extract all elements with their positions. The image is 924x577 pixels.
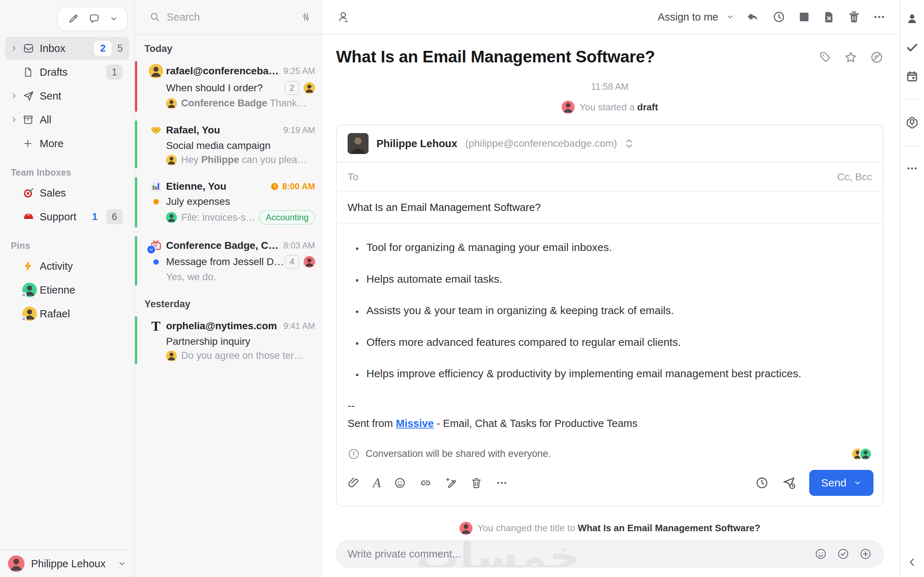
conversation-item[interactable]: rafael@conferenceba…9:25 AM When should … (135, 56, 323, 116)
calendar-icon[interactable] (906, 70, 919, 83)
sidebar-item-inbox[interactable]: Inbox 2 5 (5, 37, 129, 60)
preview-avatar (166, 155, 177, 166)
time: 9:19 AM (283, 125, 315, 135)
signature-pen-icon[interactable] (445, 477, 457, 489)
send-later-icon[interactable] (782, 475, 796, 490)
sidebar-item-rafael[interactable]: Rafael (5, 302, 129, 325)
compose-options-chevron-icon[interactable] (110, 15, 118, 23)
missive-link[interactable]: Missive (396, 417, 434, 429)
current-user-row[interactable]: Philippe Lehoux (0, 550, 134, 577)
conversation-item[interactable]: Etienne, You 8:00 AM July expenses File:… (135, 173, 323, 232)
messenger-badge-icon (147, 245, 156, 254)
section-title-pins: Pins (11, 240, 134, 251)
conversation-item[interactable]: Rafael, You9:19 AM Social media campaign… (135, 116, 323, 173)
comment-emoji-icon[interactable] (814, 548, 827, 561)
search-input[interactable] (167, 11, 294, 23)
sidebar-item-drafts[interactable]: Drafts 1 (5, 61, 129, 84)
reply-all-icon[interactable] (746, 10, 760, 24)
sidebar-item-support[interactable]: Support 1 6 (5, 205, 129, 228)
to-row[interactable]: To Cc, Bcc (337, 163, 883, 192)
philippe-avatar (562, 101, 575, 114)
more-actions-icon[interactable] (873, 10, 886, 23)
sender: Conference Badge, C… (166, 240, 280, 251)
signature-dashes: -- (347, 400, 872, 412)
send-button[interactable]: Send (809, 470, 874, 496)
chevron-right-icon[interactable] (10, 44, 23, 52)
subject-field[interactable]: What Is an Email Management Software? (337, 192, 883, 224)
conversation-item[interactable]: T orphelia@nytimes.com9:41 AM Partnershi… (135, 312, 323, 369)
cc-bcc-button[interactable]: Cc, Bcc (837, 171, 872, 183)
preview-avatar (166, 351, 177, 361)
sidebar-item-sales[interactable]: Sales (5, 181, 129, 205)
sender-avatar (149, 64, 163, 78)
to-label: To (347, 171, 359, 183)
conversation-item[interactable]: Conference Badge, C…8:03 AM Message from… (135, 232, 323, 290)
attachment-paperclip-icon[interactable] (347, 477, 360, 489)
openai-icon[interactable] (905, 115, 919, 130)
current-user-name: Philippe Lehoux (31, 558, 111, 570)
rail-more-icon[interactable] (906, 162, 918, 174)
time: 9:25 AM (283, 66, 315, 76)
compose-pencil-icon[interactable] (68, 13, 79, 24)
schedule-clock-icon[interactable] (755, 476, 769, 490)
rail-divider (905, 146, 919, 147)
private-comment-input[interactable] (347, 548, 805, 560)
support-unread-badge: 1 (92, 211, 97, 222)
sidebar-item-etienne[interactable]: Etienne (5, 279, 129, 301)
chevron-down-icon (726, 13, 734, 21)
star-icon[interactable] (844, 50, 858, 64)
helmet-icon (23, 211, 40, 223)
mark-unseen-icon[interactable] (870, 50, 884, 64)
participant-avatar (304, 256, 315, 268)
user-menu-chevron-icon[interactable] (118, 559, 126, 568)
draft-card: Philippe Lehoux (philippe@conferencebadg… (336, 124, 884, 507)
sidebar-item-label: Sales (40, 187, 123, 199)
conversation-groups: Today rafael@conferenceba…9:25 AM When s… (135, 35, 323, 369)
main-topbar: Assign to me (323, 0, 900, 35)
emoji-icon[interactable] (394, 477, 406, 489)
chevron-right-icon[interactable] (10, 92, 23, 100)
sender: Rafael, You (166, 124, 280, 136)
assign-to-me-dropdown[interactable]: Assign to me (657, 11, 734, 23)
unread-dot-blue (153, 259, 159, 265)
accounting-tag: Accounting (259, 210, 315, 225)
message-count-badge: 2 (285, 81, 299, 95)
unread-dot-orange (153, 199, 159, 205)
bar-chart-icon (149, 180, 162, 193)
tasks-check-icon[interactable] (906, 41, 919, 54)
text-format-icon[interactable]: A (373, 476, 381, 489)
collapse-panel-chevron-icon[interactable] (907, 557, 918, 567)
more-compose-options-icon[interactable] (496, 477, 508, 489)
chevron-right-icon[interactable] (10, 116, 23, 124)
bullet-item: Tool for organizing & managing your emai… (363, 239, 872, 255)
participants-icon[interactable] (337, 10, 350, 23)
from-selector-chevrons-icon[interactable] (625, 139, 633, 148)
sidebar-item-all[interactable]: All (5, 108, 129, 131)
missive-app: Inbox 2 5 Drafts 1 Sent All (0, 0, 924, 577)
label-tag-icon[interactable] (819, 50, 832, 64)
comment-add-icon[interactable] (859, 548, 872, 561)
sidebar-item-activity[interactable]: Activity (5, 255, 129, 278)
archive-tray-icon[interactable] (798, 10, 811, 23)
from-row[interactable]: Philippe Lehoux (philippe@conferencebadg… (337, 125, 883, 163)
spam-file-icon[interactable] (823, 11, 835, 23)
send-label: Send (821, 477, 846, 489)
delete-draft-trash-icon[interactable] (470, 477, 483, 489)
new-chat-icon[interactable] (89, 13, 100, 24)
message-count-badge: 4 (285, 255, 299, 269)
bullet-item: Offers more advanced features compared t… (363, 334, 872, 350)
snooze-clock-icon[interactable] (772, 10, 785, 23)
trash-icon[interactable] (848, 10, 861, 23)
handshake-icon (149, 123, 163, 137)
draft-body[interactable]: Tool for organizing & managing your emai… (337, 224, 883, 442)
presence-dot (21, 292, 27, 298)
bullet-item: Helps improve efficiency & productivity … (363, 366, 872, 382)
preview-avatar (166, 212, 177, 223)
comment-task-check-icon[interactable] (837, 548, 850, 561)
sidebar-item-more[interactable]: More (5, 132, 129, 155)
contact-person-icon[interactable] (906, 12, 919, 25)
private-comment-pill[interactable]: خمسات (336, 540, 884, 567)
sidebar-item-sent[interactable]: Sent (5, 84, 129, 108)
link-icon[interactable] (419, 476, 432, 489)
filter-sliders-icon[interactable] (300, 11, 312, 23)
